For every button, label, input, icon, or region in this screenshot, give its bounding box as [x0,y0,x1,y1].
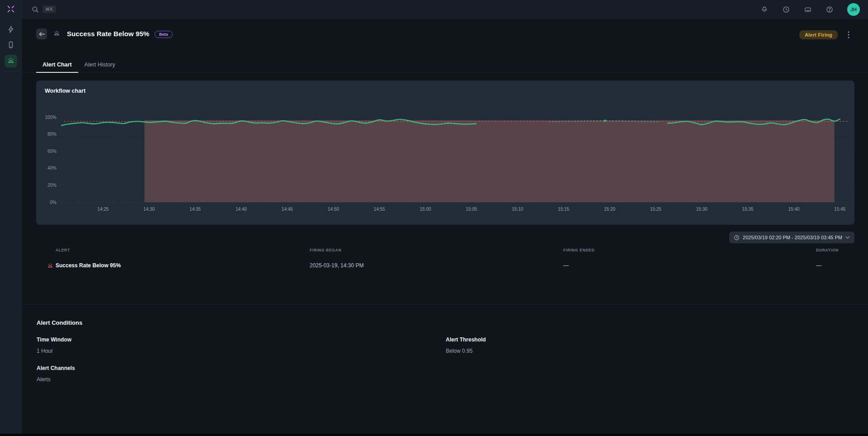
x-axis-label: 15:35 [742,207,754,212]
workflow-chart-plot[interactable]: 0%20%40%60%80%100%14:2514:3014:3514:4014… [36,81,854,225]
user-avatar[interactable]: JH [847,3,860,16]
column-header-alert: ALERT [56,248,310,252]
history-clock-icon[interactable] [782,5,790,14]
x-axis-label: 15:10 [512,207,523,212]
x-axis-label: 14:50 [328,207,339,212]
topbar-actions: JH [760,0,860,19]
column-header-duration: DURATION [816,248,865,252]
sidebar-divider [4,71,18,71]
tab-alert-chart[interactable]: Alert Chart [36,57,78,72]
lightning-icon [7,26,14,33]
y-axis-label: 0% [50,200,57,205]
x-axis-label: 15:20 [604,207,615,212]
column-header-firing-ended: FIRING ENDED [563,248,816,252]
table-header-row: ALERT FIRING BEGAN FIRING ENDED DURATION [56,248,865,252]
x-axis-label: 15:40 [788,207,799,212]
topbar: ⌘K JH [22,0,868,19]
cell-firing-began: 2025-03-19, 14:30 PM [310,262,563,269]
alert-channels-value: Alerts [37,376,51,383]
cell-firing-ended: — [563,262,816,269]
x-axis-label: 14:25 [97,207,108,212]
alert-threshold-label: Alert Threshold [446,336,486,343]
alert-siren-icon [47,263,53,271]
x-axis-label: 15:45 [834,207,845,212]
y-axis-label: 60% [47,149,57,154]
mobile-device-icon [7,41,14,48]
workflow-chart-card: 0%20%40%60%80%100%14:2514:3014:3514:4014… [36,81,854,225]
alert-channels-label: Alert Channels [37,365,75,371]
chart-title: Workflow chart [45,88,85,94]
alerts-table: ALERT FIRING BEGAN FIRING ENDED DURATION… [56,248,865,269]
alert-firing-status-badge: Alert Firing [799,30,838,39]
sidebar [0,0,22,434]
alarm-siren-icon [53,30,60,39]
starburst-icon [7,5,15,13]
column-header-firing-began: FIRING BEGAN [310,248,563,252]
x-axis-label: 15:00 [420,207,431,212]
x-axis-label: 14:30 [143,207,155,212]
app-logo[interactable] [6,4,16,14]
x-axis-label: 15:25 [650,207,661,212]
x-axis-label: 14:40 [236,207,247,212]
alert-firing-region [145,120,835,202]
arrow-left-icon [39,32,45,37]
back-button[interactable] [36,28,47,39]
x-axis-label: 14:45 [282,207,293,212]
time-window-value: 1 Hour [37,348,53,354]
tab-alert-history[interactable]: Alert History [78,57,122,72]
time-range-label: 2025/03/19 02:20 PM - 2025/03/19 03:45 P… [743,235,842,240]
alarm-siren-icon [7,57,14,65]
x-axis-label: 15:05 [466,207,477,212]
clock-icon [734,235,740,241]
section-divider [22,304,868,304]
keyboard-icon[interactable] [804,5,812,14]
sidebar-item-alerts-active[interactable] [5,55,17,67]
alert-conditions-heading: Alert Conditions [37,319,82,326]
chevron-down-icon [845,236,850,239]
main-content: Success Rate Below 95% Beta Alert Firing… [22,19,868,434]
x-axis-label: 15:15 [558,207,569,212]
help-icon[interactable] [826,5,834,14]
page-title: Success Rate Below 95% [67,30,149,38]
y-axis-label: 80% [47,132,57,137]
y-axis-label: 40% [47,166,57,171]
tabbar: Alert Chart Alert History [22,57,868,72]
search-shortcut-chip: ⌘K [42,5,56,13]
x-axis-label: 14:35 [189,207,201,212]
x-axis-label: 15:30 [696,207,708,212]
y-axis-label: 100% [45,115,57,120]
sidebar-item-functions[interactable] [7,26,14,33]
search-button[interactable]: ⌘K [32,0,56,19]
cell-duration: — [816,262,865,269]
data-point-marker [604,119,606,122]
search-icon [32,6,39,13]
alert-threshold-value: Below 0.95 [446,348,472,354]
x-axis-label: 14:55 [374,207,385,212]
cell-alert-name: Success Rate Below 95% [56,262,310,269]
table-row[interactable]: Success Rate Below 95% 2025-03-19, 14:30… [56,262,865,269]
time-range-picker[interactable]: 2025/03/19 02:20 PM - 2025/03/19 03:45 P… [729,232,854,243]
y-axis-label: 20% [47,183,57,188]
bottom-strip [0,434,868,436]
more-options-button[interactable] [844,30,853,40]
kebab-menu-icon [848,31,849,38]
page-header: Success Rate Below 95% Beta Alert Firing [22,19,868,49]
beta-badge: Beta [155,31,173,38]
app-window: ⌘K JH [0,0,868,434]
notifications-bell-icon[interactable] [760,5,769,14]
time-window-label: Time Window [37,336,71,343]
sidebar-item-apps[interactable] [7,41,14,48]
